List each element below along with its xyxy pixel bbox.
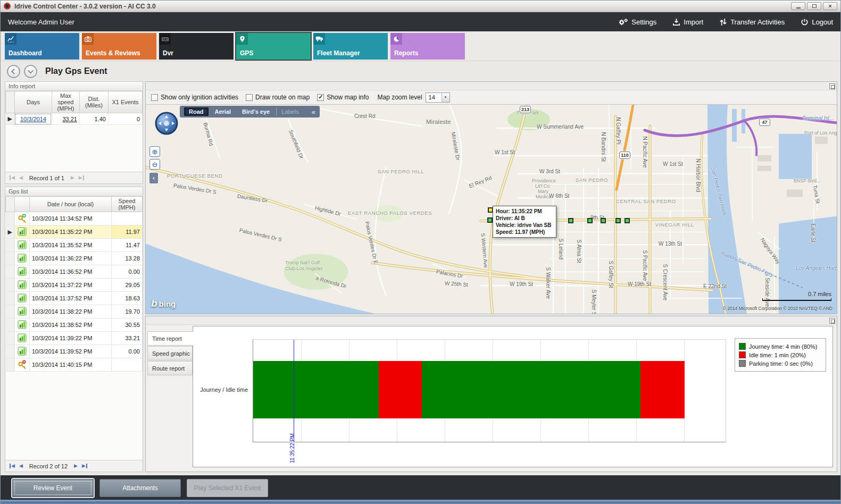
map-view-tab-bird-s-eye[interactable]: Bird's eye — [237, 107, 274, 116]
legend-item: Parking time: 0 sec (0%) — [739, 360, 822, 367]
map-zoom-select[interactable]: 14 ▼ — [426, 93, 450, 103]
collapse-map-panel-button[interactable] — [829, 83, 835, 89]
next-page-icon[interactable]: ▶ — [74, 464, 78, 468]
gps-point-marker[interactable] — [624, 218, 630, 223]
close-button[interactable]: × — [823, 2, 837, 10]
row-gps-icon — [18, 297, 27, 304]
map-toolbar-collapse-icon[interactable]: « — [312, 108, 315, 116]
checkbox-box-icon[interactable] — [317, 94, 324, 101]
expand-down-button[interactable] — [24, 65, 37, 78]
gps-point-marker[interactable] — [601, 218, 606, 223]
first-page-icon[interactable]: ◀ — [10, 464, 15, 468]
header-action-import[interactable]: Import — [672, 18, 703, 26]
indicator-column-header — [6, 197, 15, 212]
tab-gps[interactable]: GPS — [236, 33, 311, 60]
tab-speed-graphic[interactable]: Speed graphic — [147, 346, 193, 360]
gps-point-marker[interactable] — [487, 217, 493, 223]
gps-speed-cell: 13.28 — [112, 252, 143, 265]
header-action-transfer[interactable]: Transfer Activities — [719, 18, 785, 26]
gps-row[interactable]: ▶10/3/2014 11:35:22 PM11.97 — [6, 225, 143, 239]
attachments-button[interactable]: Attachments — [99, 479, 181, 497]
prev-page-icon[interactable]: ◀ — [19, 175, 23, 180]
checkbox-box-icon[interactable] — [246, 94, 253, 101]
tooltip-line: Speed: 11.97 (MPH) — [496, 229, 553, 236]
gps-point-marker[interactable] — [615, 218, 621, 223]
last-page-icon[interactable]: ▶ — [82, 464, 87, 468]
gps-row[interactable]: 10/3/2014 11:35:52 PM11.47 — [6, 239, 143, 252]
minimize-button[interactable] — [791, 2, 805, 10]
day-link[interactable]: 10/3/2014 — [20, 116, 46, 122]
header-action-logout[interactable]: Logout — [801, 18, 833, 26]
map-canvas[interactable]: MiralesteCrest RdBurma RdSouthfield DrMi… — [146, 104, 837, 314]
events-icon — [82, 33, 94, 45]
legend-item: Idle time: 1 min (20%) — [739, 351, 822, 358]
header-action-settings[interactable]: Settings — [618, 18, 656, 26]
maximize-button[interactable] — [807, 2, 821, 10]
tab-dvr[interactable]: Dvr — [159, 33, 234, 60]
info-row[interactable]: ▶ 10/3/2014 33.21 1.40 0 — [6, 113, 143, 125]
play-selected-x1-event-button: Play Selected X1 Event — [187, 479, 268, 497]
gps-row[interactable]: 10/3/2014 11:39:22 PM33.21 — [6, 332, 143, 345]
gps-row[interactable]: 10/3/2014 11:36:52 PM0.00 — [6, 265, 143, 279]
row-indicator-icon — [6, 279, 15, 292]
dashboard-icon — [5, 33, 16, 45]
gps-row[interactable]: 10/3/2014 11:38:22 PM19.70 — [6, 305, 143, 318]
map-view-tab-road[interactable]: Road — [184, 107, 209, 116]
checkbox-box-icon[interactable] — [151, 94, 158, 101]
tab-time-report[interactable]: Time report — [147, 331, 194, 346]
map-scale: 0.7 miles — [762, 291, 831, 301]
max-speed-link[interactable]: 33.21 — [62, 116, 77, 122]
review-event-button[interactable]: Review Event — [12, 479, 94, 497]
gps-row[interactable]: 10/3/2014 11:34:52 PM — [6, 212, 143, 225]
tooltip-line: Hour: 11:35:22 PM — [496, 208, 553, 215]
app-logo-icon — [4, 3, 11, 10]
gps-row[interactable]: 10/3/2014 11:37:22 PM29.05 — [6, 279, 143, 292]
highway-shield: 213 — [520, 106, 531, 113]
pager-text: Record 2 of 12 — [29, 463, 68, 469]
first-page-icon[interactable]: ◀ — [10, 175, 15, 180]
gps-row[interactable]: 10/3/2014 11:39:52 PM0.00 — [6, 345, 143, 358]
time-cursor-line[interactable] — [294, 340, 294, 442]
gps-row[interactable]: 10/3/2014 11:38:52 PM30.55 — [6, 318, 143, 332]
map-controls-collapse-icon[interactable]: ‹ — [149, 173, 158, 183]
map-zoom-value: 14 — [426, 94, 442, 100]
gps-row[interactable]: 10/3/2014 11:37:52 PM18.63 — [6, 292, 143, 305]
last-page-icon[interactable]: ▶ — [79, 175, 84, 180]
gps-point-marker[interactable] — [587, 218, 593, 223]
back-button[interactable] — [7, 65, 20, 78]
tab-fleet[interactable]: Fleet Manager — [313, 33, 388, 60]
collapse-report-panel-button[interactable] — [829, 318, 835, 324]
tab-reports[interactable]: Reports — [390, 33, 465, 60]
gps-column-header[interactable]: Speed (MPH) — [112, 197, 143, 212]
tab-events[interactable]: Events & Reviews — [82, 33, 156, 60]
gps-point-marker[interactable] — [568, 218, 573, 223]
pager-text: Record 1 of 1 — [29, 175, 64, 181]
map-view-tab-aerial[interactable]: Aerial — [210, 107, 236, 116]
welcome-text: Welcome Admin User — [8, 18, 74, 26]
gps-datetime-cell: 10/3/2014 11:39:22 PM — [29, 332, 111, 345]
info-column-header[interactable]: Max speed (MPH) — [52, 91, 79, 113]
legend-label: Journey time: 4 min (80%) — [749, 343, 817, 350]
gps-row[interactable]: 10/3/2014 11:40:15 PM — [6, 358, 143, 372]
checkbox-show-only-ignition-activities[interactable]: Show only ignition activities — [151, 94, 238, 101]
dvr-icon — [159, 33, 171, 45]
checkbox-label: Show map info — [327, 94, 369, 101]
minimize-icon — [796, 7, 801, 9]
next-page-icon[interactable]: ▶ — [71, 175, 74, 180]
prev-page-icon[interactable]: ◀ — [19, 464, 23, 468]
info-report-grid: DaysMax speed (MPH)Dist. (Miles)X1 Event… — [5, 91, 143, 172]
info-column-header[interactable]: Dist. (Miles) — [79, 91, 108, 113]
info-column-header[interactable]: X1 Events — [108, 91, 142, 113]
info-column-header[interactable]: Days — [14, 91, 52, 113]
chart-legend: Journey time: 4 min (80%)Idle time: 1 mi… — [735, 338, 826, 372]
checkbox-draw-route-on-map[interactable]: Draw route on map — [246, 94, 310, 101]
tab-dashboard[interactable]: Dashboard — [5, 33, 79, 60]
map-zoom-out-button[interactable]: ⊖ — [149, 159, 160, 170]
map-compass-control[interactable] — [154, 111, 179, 137]
tab-route-report[interactable]: Route report — [147, 361, 193, 375]
checkbox-show-map-info[interactable]: Show map info — [317, 94, 369, 101]
gps-row[interactable]: 10/3/2014 11:36:22 PM13.28 — [6, 252, 143, 265]
row-indicator-icon — [6, 239, 15, 252]
gps-column-header[interactable]: Date / hour (local) — [29, 197, 111, 212]
map-zoom-in-button[interactable]: ⊕ — [149, 146, 160, 157]
